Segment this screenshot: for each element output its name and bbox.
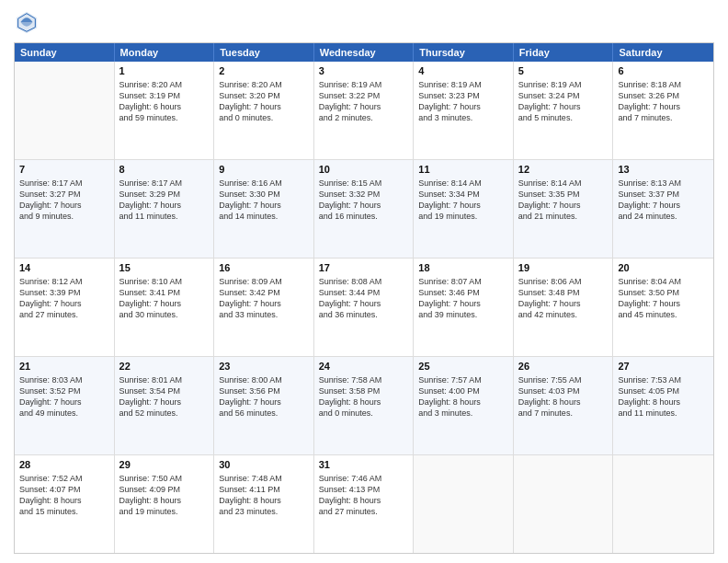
day-info-line: Sunset: 3:48 PM bbox=[518, 287, 609, 298]
day-info-line: Sunrise: 7:46 AM bbox=[319, 473, 409, 484]
day-info-line: Sunrise: 8:00 AM bbox=[219, 374, 309, 385]
day-info-line: Sunrise: 8:17 AM bbox=[119, 178, 210, 189]
day-info-line: Sunset: 3:24 PM bbox=[518, 90, 609, 101]
day-info-line: and 11 minutes. bbox=[119, 211, 210, 222]
day-info-line: Sunrise: 8:19 AM bbox=[418, 79, 508, 90]
day-number: 13 bbox=[618, 163, 709, 177]
empty-cell bbox=[613, 455, 713, 553]
day-number: 3 bbox=[319, 64, 409, 78]
day-info-line: Sunset: 3:29 PM bbox=[119, 189, 210, 200]
day-info-line: and 33 minutes. bbox=[219, 309, 309, 320]
day-cell-26: 26Sunrise: 7:55 AMSunset: 4:03 PMDayligh… bbox=[514, 357, 614, 454]
day-info-line: Sunset: 3:27 PM bbox=[19, 189, 109, 200]
header bbox=[14, 9, 714, 35]
day-info-line: Sunset: 4:09 PM bbox=[119, 484, 210, 495]
day-cell-25: 25Sunrise: 7:57 AMSunset: 4:00 PMDayligh… bbox=[414, 357, 514, 454]
day-info-line: and 7 minutes. bbox=[518, 408, 609, 419]
day-info-line: Daylight: 7 hours bbox=[219, 101, 309, 112]
day-cell-22: 22Sunrise: 8:01 AMSunset: 3:54 PMDayligh… bbox=[115, 357, 215, 454]
day-info-line: and 9 minutes. bbox=[19, 211, 109, 222]
day-info-line: Daylight: 7 hours bbox=[518, 101, 609, 112]
day-info-line: Sunrise: 8:12 AM bbox=[19, 276, 109, 287]
day-info-line: Sunset: 3:20 PM bbox=[219, 90, 309, 101]
day-number: 10 bbox=[319, 163, 409, 177]
day-info-line: and 2 minutes. bbox=[319, 112, 409, 123]
day-number: 4 bbox=[418, 64, 508, 78]
day-info-line: Sunrise: 7:53 AM bbox=[618, 374, 709, 385]
day-info-line: and 27 minutes. bbox=[19, 309, 109, 320]
day-info-line: Daylight: 7 hours bbox=[618, 298, 709, 309]
day-info-line: Sunset: 3:34 PM bbox=[418, 189, 508, 200]
day-info-line: and 52 minutes. bbox=[119, 408, 210, 419]
day-info-line: Daylight: 7 hours bbox=[19, 298, 109, 309]
day-info-line: and 21 minutes. bbox=[518, 211, 609, 222]
day-info-line: and 0 minutes. bbox=[319, 408, 409, 419]
day-info-line: Daylight: 7 hours bbox=[319, 200, 409, 211]
day-info-line: Daylight: 6 hours bbox=[119, 101, 210, 112]
logo bbox=[14, 9, 43, 35]
day-info-line: Sunset: 3:42 PM bbox=[219, 287, 309, 298]
day-info-line: Sunset: 3:52 PM bbox=[19, 385, 109, 396]
day-info-line: Sunset: 4:03 PM bbox=[518, 385, 609, 396]
day-info-line: and 56 minutes. bbox=[219, 408, 309, 419]
day-info-line: Sunset: 4:13 PM bbox=[319, 484, 409, 495]
day-info-line: Sunset: 3:32 PM bbox=[319, 189, 409, 200]
day-cell-29: 29Sunrise: 7:50 AMSunset: 4:09 PMDayligh… bbox=[115, 455, 215, 553]
day-cell-4: 4Sunrise: 8:19 AMSunset: 3:23 PMDaylight… bbox=[414, 62, 514, 159]
day-info-line: and 3 minutes. bbox=[418, 408, 508, 419]
calendar-row: 1Sunrise: 8:20 AMSunset: 3:19 PMDaylight… bbox=[15, 62, 713, 160]
day-cell-10: 10Sunrise: 8:15 AMSunset: 3:32 PMDayligh… bbox=[314, 160, 415, 258]
day-info-line: Sunrise: 8:19 AM bbox=[518, 79, 609, 90]
day-info-line: Sunset: 3:41 PM bbox=[119, 287, 210, 298]
day-number: 16 bbox=[219, 261, 309, 275]
day-info-line: Daylight: 7 hours bbox=[518, 200, 609, 211]
day-info-line: Sunrise: 8:08 AM bbox=[319, 276, 409, 287]
day-info-line: Daylight: 7 hours bbox=[319, 101, 409, 112]
day-info-line: Sunrise: 8:17 AM bbox=[19, 178, 109, 189]
day-info-line: Sunset: 3:37 PM bbox=[618, 189, 709, 200]
day-info-line: and 16 minutes. bbox=[319, 211, 409, 222]
day-info-line: Sunrise: 8:20 AM bbox=[219, 79, 309, 90]
day-cell-12: 12Sunrise: 8:14 AMSunset: 3:35 PMDayligh… bbox=[514, 160, 614, 258]
day-cell-28: 28Sunrise: 7:52 AMSunset: 4:07 PMDayligh… bbox=[15, 455, 115, 553]
day-info-line: Sunset: 4:00 PM bbox=[418, 385, 508, 396]
day-number: 31 bbox=[319, 458, 409, 472]
day-info-line: and 19 minutes. bbox=[119, 506, 210, 517]
day-info-line: and 59 minutes. bbox=[119, 112, 210, 123]
day-number: 8 bbox=[119, 163, 210, 177]
day-info-line: Daylight: 7 hours bbox=[618, 101, 709, 112]
day-number: 17 bbox=[319, 261, 409, 275]
day-header-saturday: Saturday bbox=[613, 43, 713, 62]
day-info-line: Sunrise: 8:06 AM bbox=[518, 276, 609, 287]
day-info-line: and 15 minutes. bbox=[19, 506, 109, 517]
day-info-line: Sunset: 3:50 PM bbox=[618, 287, 709, 298]
day-info-line: Sunset: 3:46 PM bbox=[418, 287, 508, 298]
day-number: 30 bbox=[219, 458, 309, 472]
day-info-line: Daylight: 7 hours bbox=[19, 200, 109, 211]
day-cell-6: 6Sunrise: 8:18 AMSunset: 3:26 PMDaylight… bbox=[613, 62, 713, 159]
day-number: 7 bbox=[19, 163, 109, 177]
day-number: 22 bbox=[119, 360, 210, 373]
day-number: 21 bbox=[19, 360, 109, 373]
day-info-line: Daylight: 7 hours bbox=[219, 200, 309, 211]
day-info-line: Sunrise: 8:14 AM bbox=[418, 178, 508, 189]
day-info-line: Daylight: 8 hours bbox=[418, 396, 508, 408]
day-info-line: Sunset: 3:26 PM bbox=[618, 90, 709, 101]
day-info-line: Sunrise: 8:01 AM bbox=[119, 374, 210, 385]
day-cell-16: 16Sunrise: 8:09 AMSunset: 3:42 PMDayligh… bbox=[214, 259, 314, 356]
day-info-line: Daylight: 7 hours bbox=[418, 298, 508, 309]
calendar-header: SundayMondayTuesdayWednesdayThursdayFrid… bbox=[15, 43, 713, 62]
day-cell-21: 21Sunrise: 8:03 AMSunset: 3:52 PMDayligh… bbox=[15, 357, 115, 454]
empty-cell bbox=[514, 455, 614, 553]
day-info-line: Sunrise: 8:07 AM bbox=[418, 276, 508, 287]
day-info-line: Sunrise: 8:14 AM bbox=[518, 178, 609, 189]
day-number: 26 bbox=[518, 360, 609, 373]
day-cell-30: 30Sunrise: 7:48 AMSunset: 4:11 PMDayligh… bbox=[214, 455, 314, 553]
day-info-line: and 0 minutes. bbox=[219, 112, 309, 123]
day-info-line: Daylight: 7 hours bbox=[119, 396, 210, 408]
day-info-line: and 23 minutes. bbox=[219, 506, 309, 517]
day-info-line: Sunset: 3:58 PM bbox=[319, 385, 409, 396]
day-info-line: Sunset: 3:30 PM bbox=[219, 189, 309, 200]
day-header-tuesday: Tuesday bbox=[214, 43, 314, 62]
day-info-line: and 5 minutes. bbox=[518, 112, 609, 123]
